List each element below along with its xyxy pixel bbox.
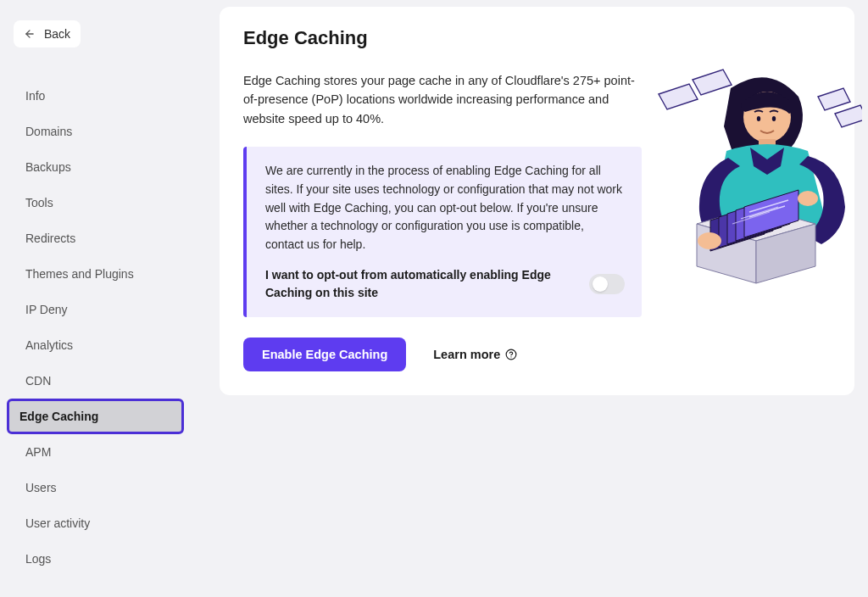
sidebar-item-label: Themes and Plugins	[25, 267, 134, 281]
sidebar-item-users[interactable]: Users	[14, 470, 186, 505]
svg-marker-5	[818, 88, 850, 110]
help-circle-icon	[505, 349, 517, 360]
notice-text: We are currently in the process of enabl…	[265, 162, 625, 254]
sidebar-item-tools[interactable]: Tools	[14, 185, 186, 220]
svg-point-23	[698, 232, 721, 249]
sidebar-item-label: Redirects	[25, 232, 75, 245]
edge-caching-card: Edge Caching Edge Caching stores your pa…	[220, 7, 854, 395]
sidebar-item-redirects[interactable]: Redirects	[14, 220, 186, 256]
sidebar-item-themes-plugins[interactable]: Themes and Plugins	[14, 256, 186, 292]
svg-marker-6	[835, 105, 862, 127]
enable-edge-caching-button[interactable]: Enable Edge Caching	[243, 338, 406, 371]
learn-more-link[interactable]: Learn more	[433, 348, 517, 361]
optout-label: I want to opt-out from automatically ena…	[265, 266, 576, 302]
sidebar-item-edge-caching[interactable]: Edge Caching	[7, 399, 184, 434]
svg-marker-3	[659, 84, 698, 109]
svg-point-24	[798, 191, 818, 206]
sidebar-item-logs[interactable]: Logs	[14, 541, 186, 577]
toggle-knob	[593, 276, 608, 292]
notice-box: We are currently in the process of enabl…	[243, 147, 642, 316]
sidebar-item-label: Users	[25, 481, 57, 494]
sidebar-nav: Info Domains Backups Tools Redirects The…	[14, 78, 199, 577]
sidebar: Back Info Domains Backups Tools Redirect…	[0, 0, 199, 597]
learn-more-label: Learn more	[433, 348, 500, 361]
sidebar-item-label: User activity	[25, 516, 90, 530]
arrow-left-icon	[24, 28, 36, 40]
sidebar-item-cdn[interactable]: CDN	[14, 363, 186, 399]
page-title: Edge Caching	[243, 27, 831, 49]
sidebar-item-domains[interactable]: Domains	[14, 114, 186, 149]
sidebar-item-analytics[interactable]: Analytics	[14, 327, 186, 363]
svg-marker-4	[693, 70, 732, 95]
sidebar-item-label: Backups	[25, 160, 71, 174]
back-button-label: Back	[44, 27, 70, 41]
sidebar-item-label: Edge Caching	[19, 410, 98, 423]
back-button[interactable]: Back	[14, 20, 81, 47]
sidebar-item-backups[interactable]: Backups	[14, 149, 186, 185]
sidebar-item-label: Info	[25, 89, 45, 103]
sidebar-item-apm[interactable]: APM	[14, 434, 186, 470]
sidebar-item-label: Domains	[25, 125, 72, 138]
main-content: Edge Caching Edge Caching stores your pa…	[199, 0, 868, 597]
optout-toggle[interactable]	[589, 274, 625, 294]
svg-point-9	[772, 116, 776, 121]
sidebar-item-label: IP Deny	[25, 303, 68, 316]
sidebar-item-label: Analytics	[25, 338, 73, 352]
sidebar-item-label: CDN	[25, 374, 51, 388]
sidebar-item-ip-deny[interactable]: IP Deny	[14, 292, 186, 327]
illustration-person-files-icon	[650, 63, 862, 295]
sidebar-item-info[interactable]: Info	[14, 78, 186, 114]
sidebar-item-label: Logs	[25, 552, 51, 566]
sidebar-item-label: Tools	[25, 196, 53, 209]
sidebar-item-label: APM	[25, 445, 51, 459]
sidebar-item-user-activity[interactable]: User activity	[14, 505, 186, 541]
svg-point-8	[757, 116, 760, 121]
illustration-column	[659, 71, 831, 371]
page-description: Edge Caching stores your page cache in a…	[243, 71, 642, 128]
